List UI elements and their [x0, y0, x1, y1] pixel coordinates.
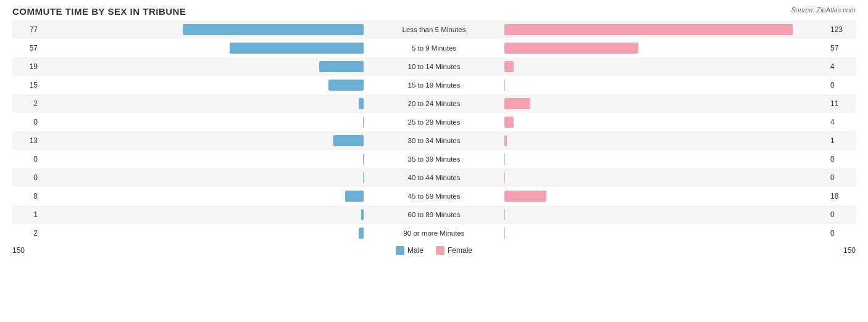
male-value: 0 [12, 118, 40, 126]
female-bar [504, 24, 793, 35]
left-bar-container [40, 191, 366, 202]
male-value: 57 [12, 44, 40, 52]
male-value: 77 [12, 25, 40, 34]
legend-female: Female [436, 246, 472, 255]
row-label: 60 to 89 Minutes [366, 211, 502, 218]
right-bar-container [502, 43, 828, 54]
male-value: 0 [12, 173, 40, 182]
table-row: 0 25 to 29 Minutes 4 [12, 113, 856, 131]
legend-male: Male [396, 246, 424, 255]
legend-male-label: Male [407, 246, 424, 255]
female-value: 0 [828, 81, 856, 89]
row-label: 35 to 39 Minutes [366, 155, 502, 163]
chart-title: COMMUTE TIME BY SEX IN TRIBUNE [12, 6, 856, 17]
chart-container: COMMUTE TIME BY SEX IN TRIBUNE Source: Z… [0, 0, 868, 322]
female-value: 0 [828, 229, 856, 237]
row-label: 10 to 14 Minutes [366, 63, 502, 70]
female-bar [504, 135, 507, 146]
left-bar-container [40, 24, 366, 35]
male-value: 2 [12, 99, 40, 108]
right-bar-container [502, 228, 828, 239]
male-value: 15 [12, 81, 40, 89]
female-bar [504, 191, 546, 202]
table-row: 1 60 to 89 Minutes 0 [12, 205, 856, 224]
male-value: 19 [12, 62, 40, 71]
table-row: 19 10 to 14 Minutes 4 [12, 57, 856, 76]
female-bar [504, 117, 514, 128]
table-row: 2 20 to 24 Minutes 11 [12, 94, 856, 113]
legend-female-label: Female [448, 246, 472, 255]
male-bar [361, 209, 364, 220]
legend-male-box [396, 246, 404, 255]
legend-left-value: 150 [12, 246, 49, 255]
left-bar-container [40, 117, 366, 128]
male-bar [183, 24, 364, 35]
right-bar-container [502, 98, 828, 109]
female-bar [504, 209, 505, 220]
left-bar-container [40, 43, 366, 54]
male-value: 0 [12, 155, 40, 163]
row-label: Less than 5 Minutes [366, 26, 502, 33]
female-value: 0 [828, 173, 856, 182]
legend-right-value: 150 [819, 246, 856, 255]
right-bar-container [502, 154, 828, 165]
row-label: 45 to 59 Minutes [366, 192, 502, 200]
female-value: 4 [828, 118, 856, 126]
left-bar-container [40, 80, 366, 91]
male-bar [328, 80, 364, 91]
legend-area: 150 Male Female 150 [12, 246, 856, 255]
female-bar [504, 172, 505, 183]
table-row: 77 Less than 5 Minutes 123 [12, 20, 856, 39]
male-bar [333, 135, 364, 146]
legend-center: Male Female [396, 246, 472, 255]
table-row: 57 5 to 9 Minutes 57 [12, 39, 856, 57]
female-bar [504, 43, 638, 54]
legend-female-box [436, 246, 444, 255]
male-bar [363, 172, 364, 183]
female-value: 0 [828, 210, 856, 219]
female-bar [504, 154, 505, 165]
left-bar-container [40, 209, 366, 220]
male-value: 8 [12, 192, 40, 200]
female-value: 4 [828, 62, 856, 71]
row-label: 25 to 29 Minutes [366, 118, 502, 126]
female-bar [504, 228, 505, 239]
female-bar [504, 80, 505, 91]
male-bar [363, 154, 364, 165]
right-bar-container [502, 61, 828, 72]
male-bar [230, 43, 364, 54]
male-bar [319, 61, 364, 72]
left-bar-container [40, 98, 366, 109]
row-label: 40 to 44 Minutes [366, 174, 502, 181]
row-label: 15 to 19 Minutes [366, 81, 502, 89]
source-label: Source: ZipAtlas.com [791, 6, 856, 14]
female-bar [504, 61, 514, 72]
left-bar-container [40, 135, 366, 146]
right-bar-container [502, 209, 828, 220]
male-value: 2 [12, 229, 40, 237]
male-bar [359, 228, 364, 239]
row-label: 30 to 34 Minutes [366, 137, 502, 144]
right-bar-container [502, 117, 828, 128]
female-value: 1 [828, 136, 856, 145]
right-bar-container [502, 172, 828, 183]
table-row: 13 30 to 34 Minutes 1 [12, 131, 856, 150]
table-row: 0 35 to 39 Minutes 0 [12, 150, 856, 168]
left-bar-container [40, 61, 366, 72]
table-row: 8 45 to 59 Minutes 18 [12, 187, 856, 205]
right-bar-container [502, 24, 828, 35]
male-value: 1 [12, 210, 40, 219]
chart-rows: 77 Less than 5 Minutes 123 57 5 to 9 Min… [12, 20, 856, 242]
right-bar-container [502, 135, 828, 146]
table-row: 0 40 to 44 Minutes 0 [12, 168, 856, 187]
row-label: 5 to 9 Minutes [366, 44, 502, 52]
male-bar [363, 117, 364, 128]
female-value: 123 [828, 25, 856, 34]
female-value: 57 [828, 44, 856, 52]
female-value: 0 [828, 155, 856, 163]
male-bar [359, 98, 364, 109]
left-bar-container [40, 228, 366, 239]
table-row: 15 15 to 19 Minutes 0 [12, 76, 856, 94]
male-value: 13 [12, 136, 40, 145]
female-bar [504, 98, 530, 109]
